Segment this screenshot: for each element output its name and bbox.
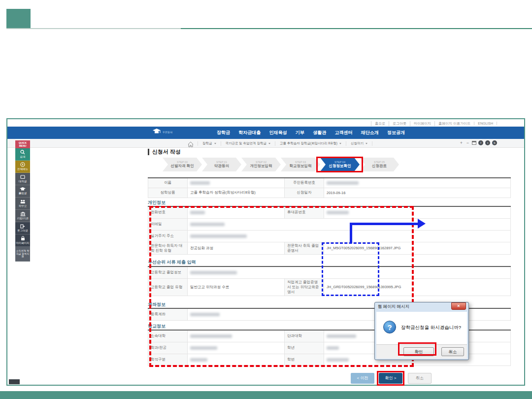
kosaf-logo[interactable]: 푸른등대 한국장학재단 <box>153 128 172 136</box>
nav-item-talent[interactable]: 인재육성 <box>269 130 287 136</box>
college-label: 단과대학 <box>285 330 324 342</box>
email-value <box>188 218 511 230</box>
breadcrumb-dropdown-workstudy[interactable]: 국가근로 및 취업연계 장학금 <box>221 141 275 146</box>
status-value <box>188 354 285 366</box>
nav-item-dormitory[interactable]: 생활관 <box>313 130 326 136</box>
univ-label: 소속대학 <box>148 330 188 342</box>
grad-cap-logo-icon <box>153 128 161 136</box>
sidebar-item-logout[interactable]: 로그아웃 <box>15 222 30 234</box>
priority-doc-table: 고등학교 졸업정보 고등학교 졸업 유형 일반고교 위탁과정 수료 직업계고 졸… <box>148 266 511 296</box>
nav-item-disclosure[interactable]: 정보공개 <box>387 130 405 136</box>
lock-icon <box>21 236 25 241</box>
dialog-body: ? 장학금신청을 하시겠습니까? <box>376 312 467 344</box>
univ-value <box>188 330 285 342</box>
chevron-down-icon <box>339 143 341 144</box>
breadcrumb-dropdown-scholarship[interactable]: 장학금 <box>198 141 221 146</box>
zoom-out-icon[interactable]: − <box>466 140 470 145</box>
dialog-cancel-button[interactable]: 취소 <box>441 347 464 356</box>
chevron-down-icon <box>268 143 270 144</box>
dialog-footer: 확인 취소 <box>376 344 467 359</box>
sidebar-item-allmenu[interactable]: 전체메뉴 <box>15 161 30 173</box>
grad-cap-icon <box>20 187 26 191</box>
slide-title-placeholder <box>6 9 31 28</box>
utility-link-logout[interactable]: 로그아웃 <box>389 121 410 126</box>
grade-label: 학년 <box>285 342 324 354</box>
table-row: 이름 주민등록번호 <box>148 178 511 188</box>
table-row: 실거주지 주소 <box>148 230 511 242</box>
step-5-complete: STEP 05신청완료 <box>360 158 399 171</box>
nav-item-donation[interactable]: 기부 <box>296 130 304 136</box>
home-icon[interactable] <box>188 140 194 146</box>
confirm-button[interactable]: 확인 > <box>379 373 402 384</box>
section-title-priority: 우선순위 서류 제출 입력 <box>148 259 196 266</box>
slide-divider <box>6 28 532 29</box>
address-value <box>188 230 511 242</box>
grad-cert-label: 전문학사 취득 졸업증명서 <box>285 242 324 254</box>
bank-icon <box>20 212 26 216</box>
slide-bottom-bar <box>0 391 532 399</box>
cancel-button[interactable]: 취소 <box>408 373 432 384</box>
nav-menu: 장학금 학자금대출 인재육성 기부 생활관 고객센터 재단소개 정보공개 <box>217 127 405 139</box>
utility-link-guide[interactable]: 홈페이지 이용가이드 <box>434 121 474 126</box>
stuno-label: 학번 <box>285 354 324 366</box>
facebook-icon[interactable]: f <box>478 140 483 145</box>
step-2-personal: STEP 02개인정보입력 <box>241 158 281 171</box>
account-label: 등록계좌 <box>148 308 188 320</box>
grad-cert-file: JH_M5GT0052026099_1568901162897.JPG <box>324 242 511 254</box>
breadcrumb-bar: 장학금 국가근로 및 취업연계 장학금 고졸 후학습자 장학금(희망사다리 Ⅱ유… <box>7 139 524 148</box>
utility-link-english[interactable]: ENGLISH <box>474 122 497 125</box>
table-row: 고등학교 졸업 유형 일반고교 위탁과정 수료 직업계고 졸업증명서 또는 위탁… <box>148 278 511 296</box>
page-tools: + − f t b <box>459 140 497 145</box>
search-icon <box>20 150 25 155</box>
sidebar-item-search[interactable]: 검색 <box>15 148 30 161</box>
sidebar-item-university-student[interactable]: 대학생 <box>15 173 30 185</box>
previous-button[interactable]: < 이전 <box>351 373 374 384</box>
table-row: 전화번호 휴대폰번호 <box>148 206 511 218</box>
close-icon[interactable]: × <box>451 302 466 310</box>
utility-link-home[interactable]: 홈으로 <box>371 121 389 126</box>
breadcrumb-dropdown-program[interactable]: 고졸 후학습자 장학금(희망사다리 Ⅱ유형) <box>275 141 346 146</box>
section-title-school: 학교정보 <box>148 323 166 330</box>
page-title: 신청서 작성 <box>148 149 181 155</box>
twitter-icon[interactable]: t <box>485 140 490 145</box>
utility-link-mypage[interactable]: 마이페이지 <box>410 121 434 126</box>
name-label: 이름 <box>148 178 188 188</box>
doc-label: 직업계고 졸업증명서 또는 위탁교육증명서 <box>285 278 324 296</box>
nav-item-loans[interactable]: 학자금대출 <box>238 130 261 136</box>
table-row: 이메일 <box>148 218 511 230</box>
zoom-in-icon[interactable]: + <box>459 140 464 145</box>
product-value: 고졸 후학습자 장학금(희망사다리Ⅱ유형) <box>188 188 285 198</box>
sidebar-item-income-linked[interactable]: 소득연계 학자금 중복지원 <box>15 247 30 262</box>
print-icon[interactable] <box>472 141 476 145</box>
webpage-message-dialog: 웹 페이지 메시지 × ? 장학금신청을 하시겠습니까? 확인 취소 <box>374 302 469 360</box>
sidebar-item-corporation[interactable]: 기업/기관 <box>15 210 30 222</box>
phone-label: 전화번호 <box>148 206 188 218</box>
breadcrumb-dropdown-apply[interactable]: 신청하기 <box>346 141 372 146</box>
sidebar-item-graduate[interactable]: 졸업생 <box>15 185 30 198</box>
email-label: 이메일 <box>148 218 188 230</box>
nav-item-scholarship[interactable]: 장학금 <box>217 130 230 136</box>
address-label: 실거주지 주소 <box>148 230 188 242</box>
rrn-label: 주민등록번호 <box>285 178 324 188</box>
footer-fragment <box>9 379 20 384</box>
mobile-value <box>324 206 511 218</box>
utility-bar: 홈으로 로그아웃 마이페이지 홈페이지 이용가이드 ENGLISH <box>371 120 497 127</box>
nav-item-service-center[interactable]: 고객센터 <box>334 130 352 136</box>
nav-item-about[interactable]: 재단소개 <box>361 130 379 136</box>
dialog-message: 장학금신청을 하시겠습니까? <box>401 325 461 331</box>
sidebar-item-parents[interactable]: 학부모 <box>15 198 30 210</box>
dialog-ok-button[interactable]: 확인 <box>403 347 434 356</box>
step-0-qualification: STEP 00선발자격 확인 <box>163 158 202 171</box>
step-progress: STEP 00선발자격 확인 STEP 01약관동의 STEP 02개인정보입력… <box>163 158 399 171</box>
mobile-label: 휴대폰번호 <box>285 206 324 218</box>
question-icon: ? <box>383 321 396 333</box>
doc-file: JH_GRDT0052026099_1568901393995.JPG <box>324 278 511 296</box>
table-row: 고등학교 졸업정보 <box>148 266 511 278</box>
blog-icon[interactable]: b <box>492 140 497 145</box>
status-label: 학적구분 <box>148 354 188 366</box>
chevron-down-icon <box>366 143 367 144</box>
sidebar-item-mypage[interactable]: 마이페이지 <box>15 234 30 247</box>
section-title-personal: 개인정보 <box>148 200 166 206</box>
personal-info-table: 전화번호 휴대폰번호 이메일 실거주지 주소 전문학사 취득자 대학 진학 유형… <box>148 206 511 255</box>
dialog-title: 웹 페이지 메시지 <box>378 304 409 310</box>
